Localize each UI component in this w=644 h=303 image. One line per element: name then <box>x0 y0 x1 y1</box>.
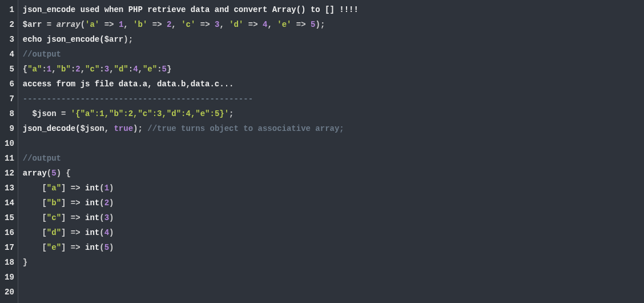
punct: ; <box>229 109 234 118</box>
line-number: 11 <box>5 151 14 166</box>
punct: } <box>23 258 27 267</box>
json-key: "d" <box>114 65 128 74</box>
variable: $json <box>23 109 57 118</box>
line-number-gutter: 1 2 3 4 5 6 7 8 9 10 11 12 13 14 15 16 1… <box>0 0 18 303</box>
line-number: 20 <box>5 285 14 300</box>
string: '{"a":1,"b":2,"c":3,"d":4,"e":5}' <box>71 109 229 118</box>
code-line: $arr = array('a' => 1, 'b' => 2, 'c' => … <box>23 17 639 32</box>
line-number: 19 <box>5 270 14 285</box>
number: 2 <box>104 198 109 208</box>
punct: , <box>104 124 114 133</box>
punct: ) <box>109 228 114 237</box>
func-call: json_decode( <box>23 124 80 133</box>
variable: $json <box>80 124 104 133</box>
json-key: "e" <box>47 243 61 252</box>
punct: ( <box>99 198 104 208</box>
line-number: 14 <box>5 196 14 210</box>
code-line: json_encode used when PHP retrieve data … <box>23 2 639 17</box>
arrow: => <box>99 20 119 29</box>
code-line: ["d"] => int(4) <box>23 225 639 240</box>
line-number: 9 <box>5 121 14 136</box>
punct: { <box>23 65 27 74</box>
json-key: "d" <box>47 228 61 237</box>
punct: , <box>138 65 143 74</box>
punct: } <box>167 65 171 74</box>
punct: , <box>219 20 229 29</box>
line-number: 6 <box>5 77 14 91</box>
line-number: 12 <box>5 166 14 181</box>
punct: , <box>267 20 277 29</box>
punct: [ <box>23 184 47 193</box>
code-editor[interactable]: json_encode used when PHP retrieve data … <box>18 0 644 303</box>
number: 1 <box>104 184 109 193</box>
code-line: //output <box>23 47 639 62</box>
code-line: } <box>23 255 639 270</box>
keyword: array <box>57 20 80 29</box>
json-key: "c" <box>47 213 61 222</box>
json-key: "e" <box>143 65 157 74</box>
operator: = <box>42 20 56 29</box>
number: 2 <box>75 65 80 74</box>
code-line: ----------------------------------------… <box>23 91 639 106</box>
line-number: 18 <box>5 255 14 270</box>
line-number: 16 <box>5 225 14 240</box>
punct: : <box>99 65 104 74</box>
arrow: => <box>243 20 263 29</box>
code-line: echo json_encode($arr); <box>23 32 639 47</box>
number: 5 <box>104 243 109 252</box>
line-number: 5 <box>5 62 14 77</box>
json-key: "b" <box>57 65 71 74</box>
punct: [ <box>23 198 47 208</box>
comment: //output <box>23 50 61 59</box>
code-line <box>23 136 639 151</box>
punct: ); <box>123 35 133 44</box>
code-line: //output <box>23 151 639 166</box>
code-text: access from js file data.a, data.b,data.… <box>23 79 234 89</box>
punct: : <box>128 65 133 74</box>
arrow: ] => <box>61 213 85 222</box>
punct: ( <box>99 243 104 252</box>
punct: [ <box>23 213 47 222</box>
line-number: 3 <box>5 32 14 47</box>
divider: ----------------------------------------… <box>23 94 253 103</box>
punct: ( <box>99 228 104 237</box>
func-call: json_encode( <box>42 35 104 44</box>
punct: ( <box>99 213 104 222</box>
punct: ); <box>133 124 147 133</box>
number: 4 <box>104 228 109 237</box>
code-text: json_encode used when PHP retrieve data … <box>23 5 359 14</box>
code-line: ["e"] => int(5) <box>23 240 639 255</box>
line-number: 13 <box>5 181 14 196</box>
keyword: array <box>23 169 47 178</box>
json-key: "a" <box>47 184 61 193</box>
punct: , <box>80 65 85 74</box>
arrow: => <box>291 20 311 29</box>
number: 3 <box>104 213 109 222</box>
string: 'a' <box>85 20 99 29</box>
code-line: ["a"] => int(1) <box>23 181 639 196</box>
line-number: 15 <box>5 210 14 225</box>
json-key: "a" <box>27 65 42 74</box>
code-line: $json = '{"a":1,"b":2,"c":3,"d":4,"e":5}… <box>23 106 639 121</box>
string: 'c' <box>181 20 195 29</box>
variable: $arr <box>104 35 124 44</box>
code-line: array(5) { <box>23 166 639 181</box>
string: 'd' <box>229 20 243 29</box>
json-key: "b" <box>47 198 61 208</box>
code-line <box>23 285 639 300</box>
punct: , <box>123 20 133 29</box>
number: 5 <box>51 169 56 178</box>
line-number: 17 <box>5 240 14 255</box>
punct: ) <box>109 243 114 252</box>
line-number: 1 <box>5 2 14 17</box>
arrow: ] => <box>61 228 85 237</box>
number: 5 <box>162 65 167 74</box>
punct: [ <box>23 228 47 237</box>
type: int <box>85 213 99 222</box>
bool: true <box>114 124 133 133</box>
code-line: ["c"] => int(3) <box>23 210 639 225</box>
string: 'e' <box>277 20 291 29</box>
punct: : <box>42 65 46 74</box>
code-line: access from js file data.a, data.b,data.… <box>23 77 639 91</box>
punct: , <box>109 65 114 74</box>
